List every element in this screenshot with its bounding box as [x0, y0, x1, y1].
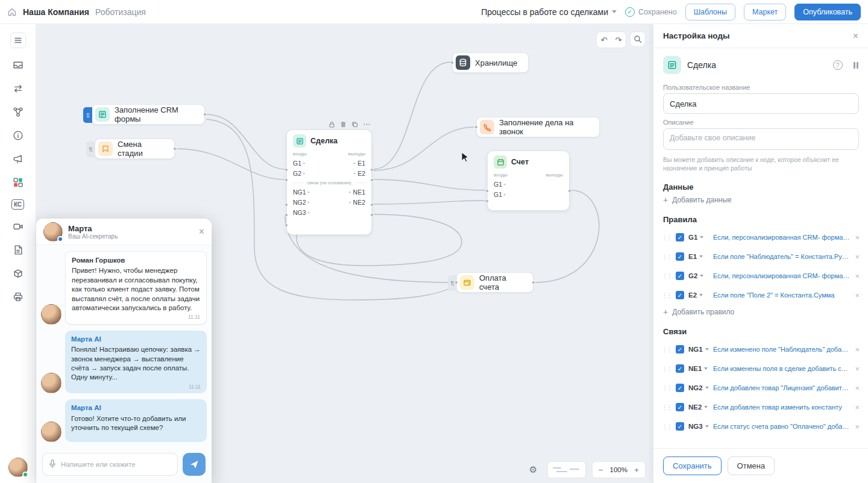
port-in[interactable]: G1: [494, 191, 502, 198]
drag-handle-icon[interactable]: ⋮⋮: [662, 346, 671, 353]
trash-icon[interactable]: [340, 121, 347, 128]
link-code[interactable]: NG3: [688, 423, 709, 430]
port-dot[interactable]: [285, 213, 288, 217]
port-dot[interactable]: [532, 281, 535, 284]
publish-button[interactable]: Опубликовать: [794, 4, 861, 20]
deals-tray-icon[interactable]: [11, 58, 25, 72]
link-text[interactable]: Если добавлен товар изменить константу: [713, 404, 851, 411]
drag-handle-icon[interactable]: ⋮⋮: [662, 404, 671, 411]
port-dot[interactable]: [370, 168, 374, 172]
port-dot[interactable]: [285, 223, 288, 227]
description-textarea[interactable]: [663, 128, 859, 150]
port-in[interactable]: G1: [293, 160, 301, 167]
port-in[interactable]: NG2: [293, 199, 306, 206]
zoom-out-button[interactable]: −: [597, 466, 605, 475]
port-out[interactable]: NE2: [353, 199, 365, 206]
help-icon[interactable]: ?: [833, 60, 843, 70]
panel-close-icon[interactable]: ×: [853, 31, 858, 42]
node-toggle-off[interactable]: off: [86, 142, 95, 157]
market-button[interactable]: Маркет: [744, 4, 786, 20]
port-out[interactable]: E1: [357, 160, 365, 167]
drag-handle-icon[interactable]: ⋮⋮: [662, 254, 671, 260]
rule-text[interactable]: Если поле "Поле 2" = Константа.Сумма: [713, 291, 851, 299]
drag-handle-icon[interactable]: ⋮⋮: [662, 234, 671, 241]
node-name-input[interactable]: [663, 93, 859, 114]
port-out[interactable]: NE1: [353, 189, 365, 196]
link-text[interactable]: Если изменены поля в сделке добавить свя…: [713, 365, 851, 372]
products-box-icon[interactable]: [11, 267, 25, 280]
port-dot[interactable]: [485, 189, 489, 193]
more-icon[interactable]: [363, 121, 371, 128]
link-text[interactable]: Если добавлен товар "Лицензия" добавить.…: [713, 384, 851, 391]
zoom-in-button[interactable]: +: [633, 466, 640, 475]
link-code[interactable]: NE2: [688, 404, 709, 411]
link-checkbox[interactable]: ✓: [676, 384, 684, 392]
remove-rule-icon[interactable]: ×: [855, 233, 860, 242]
pause-icon[interactable]: [854, 62, 859, 69]
link-checkbox[interactable]: ✓: [676, 422, 684, 431]
rule-code[interactable]: G2: [688, 272, 709, 279]
link-checkbox[interactable]: ✓: [676, 364, 684, 373]
port-dot[interactable]: [568, 189, 571, 193]
printer-icon[interactable]: [11, 290, 25, 304]
node-storage[interactable]: Хранилище: [452, 52, 529, 73]
port-dot[interactable]: [285, 168, 288, 172]
rule-code[interactable]: G1: [688, 234, 709, 241]
redo-button[interactable]: ↷: [611, 32, 626, 48]
port-in[interactable]: NG3: [293, 209, 306, 216]
video-icon[interactable]: [11, 220, 25, 233]
port-in[interactable]: G1: [494, 181, 502, 188]
rule-checkbox[interactable]: ✓: [676, 252, 684, 261]
link-code[interactable]: NG1: [688, 346, 709, 353]
copy-icon[interactable]: [351, 121, 358, 128]
drag-handle-icon[interactable]: ⋮⋮: [662, 273, 671, 279]
port-dot[interactable]: [203, 113, 207, 116]
remove-link-icon[interactable]: ×: [855, 403, 860, 412]
user-avatar[interactable]: [8, 458, 28, 477]
node-call-task[interactable]: Заполнение дела на звонок: [476, 117, 600, 137]
cancel-button[interactable]: Отмена: [728, 457, 775, 475]
port-in[interactable]: G2: [293, 170, 301, 177]
remove-link-icon[interactable]: ×: [855, 384, 860, 393]
rule-code[interactable]: E1: [688, 253, 709, 260]
rule-code[interactable]: E2: [688, 291, 709, 299]
port-dot[interactable]: [173, 147, 177, 151]
process-selector[interactable]: Процессы в работе со сделками: [481, 7, 617, 17]
marketing-megaphone-icon[interactable]: [11, 152, 25, 166]
node-stage-change[interactable]: off Смена стадии: [95, 139, 175, 159]
remove-rule-icon[interactable]: ×: [855, 291, 860, 300]
rule-text[interactable]: Если, персонализированная CRM- форма = П…: [713, 272, 851, 279]
rule-checkbox[interactable]: ✓: [676, 272, 684, 280]
menu-button[interactable]: [10, 33, 26, 48]
port-out[interactable]: E2: [357, 170, 365, 177]
send-button[interactable]: [183, 453, 206, 476]
rule-text[interactable]: Если, персонализированная CRM- форма = "…: [713, 234, 851, 241]
link-checkbox[interactable]: ✓: [676, 345, 684, 354]
link-code[interactable]: NG2: [688, 384, 709, 391]
rule-text[interactable]: Если поле "Наблюдатель" = Константа.Руко…: [713, 253, 851, 260]
port-dot[interactable]: [450, 61, 454, 64]
remove-link-icon[interactable]: ×: [855, 345, 860, 354]
remove-rule-icon[interactable]: ×: [855, 252, 860, 261]
node-invoice-card[interactable]: Счет входы выходы G1▸ G1▸: [487, 151, 570, 211]
home-icon[interactable]: [7, 7, 17, 17]
port-dot[interactable]: [454, 281, 458, 284]
rule-checkbox[interactable]: ✓: [676, 233, 684, 241]
drag-handle-icon[interactable]: ⋮⋮: [662, 385, 671, 391]
port-dot[interactable]: [285, 178, 288, 182]
kc-module-icon[interactable]: КС: [11, 199, 24, 210]
add-rule-button[interactable]: + Добавить правило: [663, 307, 858, 317]
port-dot[interactable]: [370, 203, 374, 207]
document-icon[interactable]: [11, 243, 25, 257]
lock-icon[interactable]: [329, 121, 335, 128]
chat-close-icon[interactable]: ×: [199, 226, 204, 237]
port-dot[interactable]: [474, 125, 478, 129]
save-button[interactable]: Сохранить: [663, 457, 722, 475]
add-data-button[interactable]: + Добавить данные: [663, 195, 858, 205]
link-text[interactable]: Если изменено поле "Наблюдатель" добави.…: [713, 346, 851, 353]
node-deal-card[interactable]: Сделка входы выходы G1▸ ▸E1 G2▸ ▸E2 связ…: [286, 129, 372, 235]
node-crm-form[interactable]: on Заполнение CRM формы: [92, 104, 205, 125]
gear-icon[interactable]: ⚙: [526, 462, 541, 478]
automation-nodes-icon[interactable]: [11, 105, 25, 119]
port-dot[interactable]: [485, 199, 489, 203]
